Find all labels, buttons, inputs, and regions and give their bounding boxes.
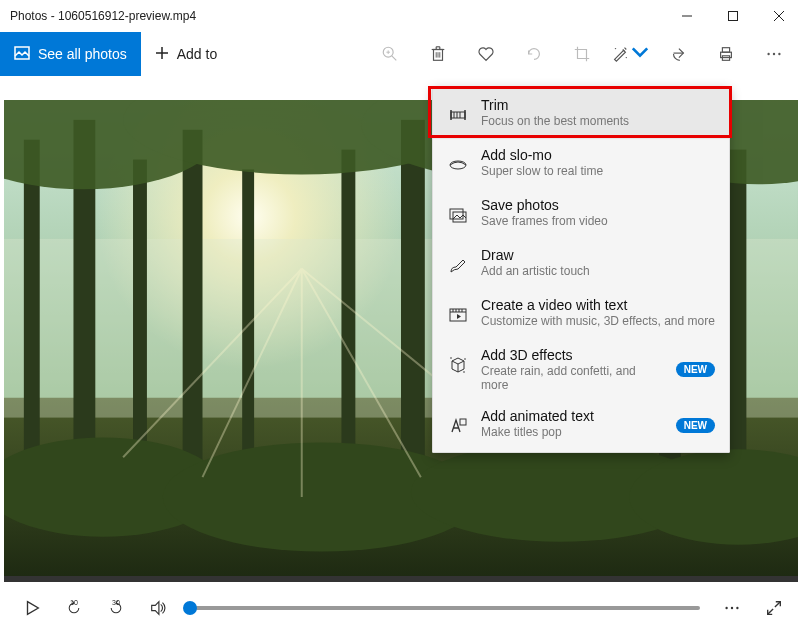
edit-create-menu: TrimFocus on the best moments Add slo-mo… (432, 86, 730, 453)
svg-line-85 (768, 609, 773, 614)
skip-back-button[interactable]: 10 (56, 588, 92, 628)
menu-item-subtitle: Focus on the best moments (481, 114, 715, 128)
menu-item-title: Save photos (481, 197, 715, 213)
see-all-photos-button[interactable]: See all photos (0, 32, 141, 76)
animated-text-icon (447, 410, 469, 442)
svg-rect-43 (729, 150, 747, 487)
seek-bar[interactable] (190, 606, 700, 610)
svg-point-82 (731, 607, 733, 609)
menu-item-slomo[interactable]: Add slo-moSuper slow to real time (433, 139, 729, 189)
rotate-icon (510, 32, 558, 76)
svg-point-25 (767, 53, 769, 55)
share-icon[interactable] (654, 32, 702, 76)
svg-point-83 (736, 607, 738, 609)
menu-item-subtitle: Customize with music, 3D effects, and mo… (481, 314, 715, 328)
menu-item-draw[interactable]: DrawAdd an artistic touch (433, 239, 729, 289)
menu-item-title: Add animated text (481, 408, 664, 424)
svg-rect-32 (24, 140, 40, 468)
svg-marker-79 (28, 602, 39, 615)
svg-rect-23 (722, 48, 729, 53)
menu-item-title: Create a video with text (481, 297, 715, 313)
menu-item-animated-text[interactable]: Add animated textMake titles pop NEW (433, 400, 729, 450)
menu-item-title: Draw (481, 247, 715, 263)
svg-rect-34 (133, 160, 147, 478)
favorite-icon[interactable] (462, 32, 510, 76)
menu-item-subtitle: Add an artistic touch (481, 264, 715, 278)
menu-item-3d-effects[interactable]: Add 3D effectsCreate rain, add confetti,… (433, 339, 729, 400)
zoom-icon (366, 32, 414, 76)
skip-fwd-label: 30 (98, 599, 134, 606)
toolbar-icon-group (366, 32, 802, 76)
add-to-label: Add to (177, 46, 217, 62)
slomo-icon (447, 149, 469, 181)
svg-point-27 (778, 53, 780, 55)
playbar-more-button[interactable] (714, 588, 750, 628)
crop-icon (558, 32, 606, 76)
seek-thumb[interactable] (183, 601, 197, 615)
new-badge: NEW (676, 362, 715, 377)
skip-back-label: 10 (56, 599, 92, 606)
svg-line-8 (392, 56, 397, 61)
svg-point-76 (464, 358, 466, 360)
print-icon[interactable] (702, 32, 750, 76)
svg-rect-37 (341, 150, 355, 468)
see-all-photos-label: See all photos (38, 46, 127, 62)
svg-rect-57 (451, 112, 465, 118)
menu-item-trim[interactable]: TrimFocus on the best moments (433, 89, 729, 139)
menu-item-subtitle: Save frames from video (481, 214, 715, 228)
menu-item-title: Trim (481, 97, 715, 113)
svg-point-77 (463, 371, 465, 373)
minimize-button[interactable] (664, 0, 710, 32)
menu-item-create-video[interactable]: Create a video with textCustomize with m… (433, 289, 729, 339)
add-to-button[interactable]: Add to (141, 32, 231, 76)
close-button[interactable] (756, 0, 802, 32)
new-badge: NEW (676, 418, 715, 433)
menu-item-title: Add 3D effects (481, 347, 664, 363)
menu-item-subtitle: Create rain, add confetti, and more (481, 364, 664, 392)
svg-line-84 (775, 602, 780, 607)
skip-forward-button[interactable]: 30 (98, 588, 134, 628)
menu-item-subtitle: Super slow to real time (481, 164, 715, 178)
menu-item-title: Add slo-mo (481, 147, 715, 163)
main-toolbar: See all photos Add to (0, 32, 802, 76)
video-text-icon (447, 299, 469, 331)
draw-icon (447, 249, 469, 281)
edit-create-button[interactable] (606, 32, 654, 76)
svg-point-26 (773, 53, 775, 55)
titlebar: Photos - 1060516912-preview.mp4 (0, 0, 802, 32)
play-button[interactable] (14, 588, 50, 628)
window-title: Photos - 1060516912-preview.mp4 (10, 9, 664, 23)
save-photos-icon (447, 199, 469, 231)
menu-item-save-photos[interactable]: Save photosSave frames from video (433, 189, 729, 239)
svg-rect-38 (401, 120, 425, 487)
delete-icon[interactable] (414, 32, 462, 76)
trim-icon (447, 99, 469, 131)
svg-point-75 (450, 357, 452, 359)
svg-marker-80 (152, 602, 159, 615)
svg-rect-35 (183, 130, 203, 477)
plus-icon (155, 46, 169, 63)
maximize-button[interactable] (710, 0, 756, 32)
fullscreen-button[interactable] (756, 588, 792, 628)
svg-rect-36 (242, 169, 254, 467)
svg-rect-1 (729, 12, 738, 21)
svg-point-81 (725, 607, 727, 609)
svg-point-19 (615, 48, 616, 49)
svg-marker-72 (457, 314, 461, 319)
more-icon[interactable] (750, 32, 798, 76)
chevron-down-icon (631, 43, 649, 65)
volume-button[interactable] (140, 588, 176, 628)
menu-item-subtitle: Make titles pop (481, 425, 664, 439)
playback-bar: 10 30 (0, 582, 802, 634)
effects-3d-icon (447, 349, 469, 381)
svg-rect-78 (460, 419, 466, 425)
svg-point-20 (626, 57, 627, 58)
photos-icon (14, 45, 30, 64)
